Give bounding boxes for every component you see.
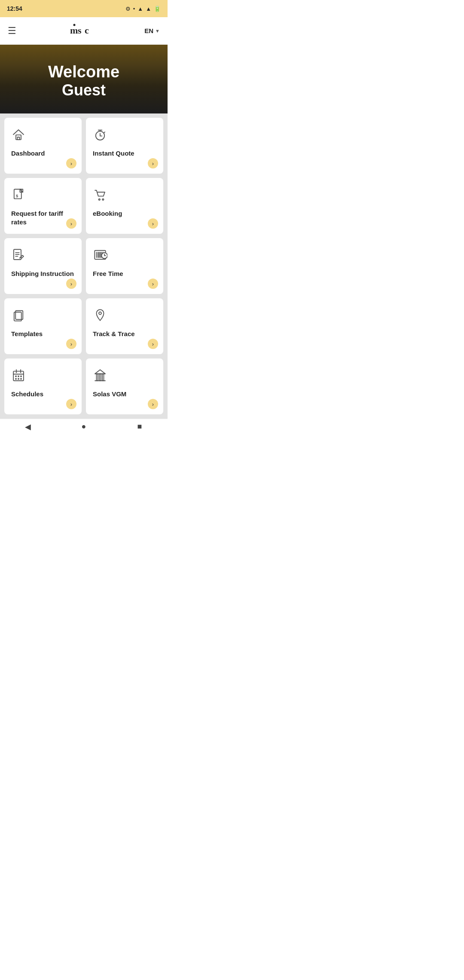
language-selector[interactable]: EN ▼ — [144, 27, 160, 34]
copies-icon — [11, 308, 26, 325]
card-track-trace[interactable]: Track & Trace› — [86, 298, 163, 354]
svg-line-10 — [104, 132, 105, 133]
cards-grid: Dashboard› Instant Quote› $ Request for … — [0, 113, 168, 419]
card-arrow-schedules[interactable]: › — [66, 399, 76, 409]
back-button[interactable]: ◀ — [20, 423, 36, 431]
header: ☰ m s c EN ▼ — [0, 17, 168, 45]
logo: m s c — [68, 22, 92, 40]
card-tariff-rates[interactable]: $ Request for tariff rates› — [4, 178, 82, 234]
recents-button[interactable]: ■ — [132, 423, 147, 431]
card-label-shipping-instruction: Shipping Instruction — [11, 270, 74, 278]
chevron-down-icon: ▼ — [155, 28, 160, 34]
hero-section: Welcome Guest — [0, 45, 168, 113]
card-solas-vgm[interactable]: Solas VGM› — [86, 358, 163, 414]
card-arrow-dashboard[interactable]: › — [66, 158, 76, 168]
status-bar: 12:54 ⚙ • ▲ ▲ 🔋 — [0, 0, 168, 17]
svg-rect-37 — [18, 376, 19, 377]
card-arrow-shipping-instruction[interactable]: › — [66, 279, 76, 289]
svg-rect-36 — [15, 376, 16, 377]
svg-marker-44 — [95, 370, 105, 374]
svg-text:s: s — [78, 25, 82, 36]
calendar-icon — [11, 368, 26, 385]
card-arrow-track-trace[interactable]: › — [148, 339, 158, 349]
card-label-ebooking: eBooking — [93, 209, 122, 218]
clock-barcode-icon — [93, 248, 107, 264]
notification-dot: • — [133, 6, 135, 12]
svg-text:$: $ — [16, 194, 18, 198]
svg-rect-39 — [15, 378, 16, 380]
card-arrow-instant-quote[interactable]: › — [148, 158, 158, 168]
card-label-track-trace: Track & Trace — [93, 330, 135, 338]
battery-icon: 🔋 — [154, 6, 161, 12]
guest-label: Guest — [62, 81, 106, 99]
svg-point-31 — [99, 312, 101, 315]
card-label-free-time: Free Time — [93, 270, 123, 278]
svg-point-14 — [99, 199, 100, 200]
svg-text:c: c — [85, 25, 89, 36]
card-arrow-templates[interactable]: › — [66, 339, 76, 349]
svg-rect-40 — [18, 378, 19, 380]
svg-rect-6 — [17, 137, 19, 140]
document-dollar-icon: $ — [11, 187, 26, 204]
svg-rect-38 — [20, 376, 21, 377]
card-label-solas-vgm: Solas VGM — [93, 390, 126, 398]
card-dashboard[interactable]: Dashboard› — [4, 118, 82, 174]
card-arrow-ebooking[interactable]: › — [148, 218, 158, 229]
card-schedules[interactable]: Schedules› — [4, 358, 82, 414]
card-label-tariff-rates: Request for tariff rates — [11, 209, 75, 226]
svg-rect-47 — [102, 374, 104, 381]
building-columns-icon — [93, 368, 107, 385]
logo-svg: m s c — [68, 22, 92, 38]
signal-icon: ▲ — [146, 6, 151, 12]
cart-icon — [93, 187, 107, 204]
settings-icon: ⚙ — [125, 6, 131, 12]
card-label-instant-quote: Instant Quote — [93, 149, 134, 158]
svg-rect-41 — [20, 378, 21, 380]
language-label: EN — [144, 27, 153, 34]
home-button[interactable]: ● — [76, 423, 92, 431]
menu-button[interactable]: ☰ — [8, 25, 16, 37]
card-shipping-instruction[interactable]: Shipping Instruction› — [4, 238, 82, 294]
stopwatch-icon — [93, 127, 107, 144]
wifi-icon: ▲ — [137, 6, 143, 12]
card-arrow-tariff-rates[interactable]: › — [66, 218, 76, 229]
document-edit-icon — [11, 248, 26, 264]
welcome-label: Welcome — [48, 63, 119, 81]
card-label-dashboard: Dashboard — [11, 149, 45, 158]
card-free-time[interactable]: Free Time› — [86, 238, 163, 294]
card-label-templates: Templates — [11, 330, 43, 338]
card-ebooking[interactable]: eBooking› — [86, 178, 163, 234]
card-arrow-free-time[interactable]: › — [148, 279, 158, 289]
status-time: 12:54 — [7, 5, 22, 12]
card-arrow-solas-vgm[interactable]: › — [148, 399, 158, 409]
status-icons: ⚙ • ▲ ▲ 🔋 — [125, 6, 161, 12]
house-icon — [11, 127, 26, 144]
svg-rect-46 — [99, 374, 101, 381]
svg-point-4 — [73, 24, 76, 26]
card-instant-quote[interactable]: Instant Quote› — [86, 118, 163, 174]
location-icon — [93, 308, 107, 325]
bottom-navigation: ◀ ● ■ — [0, 419, 168, 436]
svg-rect-45 — [97, 374, 98, 381]
card-templates[interactable]: Templates› — [4, 298, 82, 354]
svg-text:m: m — [70, 25, 78, 36]
card-label-schedules: Schedules — [11, 390, 43, 398]
svg-point-15 — [102, 199, 104, 200]
